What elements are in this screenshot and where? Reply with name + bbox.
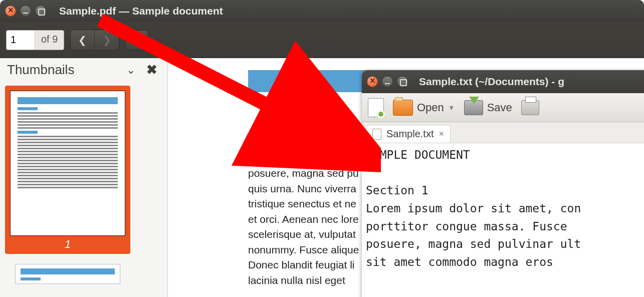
window-minimize-button[interactable]	[20, 6, 31, 17]
svg-line-1	[138, 41, 141, 44]
close-icon: ✖	[146, 62, 157, 77]
prev-page-button[interactable]: ❮	[71, 30, 95, 50]
chevron-right-icon: ❯	[103, 34, 111, 46]
next-page-button[interactable]: ❯	[95, 30, 119, 50]
txt-titlebar: Sample.txt (~/Documents) - g	[362, 70, 644, 93]
save-label: Save	[487, 101, 512, 114]
pdf-titlebar: Sample.pdf — Sample document	[0, 0, 644, 22]
thumbnail-1-preview	[10, 91, 125, 236]
open-label: Open	[417, 101, 444, 114]
svg-point-0	[133, 36, 139, 42]
print-button[interactable]	[521, 100, 539, 115]
pdf-window-title: Sample.pdf — Sample document	[59, 5, 223, 17]
search-button[interactable]	[125, 30, 148, 50]
page-number-box: of 9	[6, 30, 64, 50]
txt-tabbar: Sample.txt ×	[362, 122, 644, 143]
thumbnail-list: 1	[0, 83, 167, 287]
sidebar-close-button[interactable]: ✖	[143, 62, 160, 78]
tab-label: Sample.txt	[386, 128, 434, 140]
txt-window-minimize-button[interactable]	[382, 76, 393, 87]
thumbnail-2[interactable]	[15, 264, 120, 284]
thumbnail-1[interactable]: 1	[5, 86, 130, 254]
open-file-button[interactable]: Open ▼	[393, 100, 455, 116]
window-maximize-button[interactable]	[35, 6, 46, 17]
window-close-button[interactable]	[5, 6, 16, 17]
txt-editor-content[interactable]: SAMPLE DOCUMENT Section 1 Lorem ipsum do…	[362, 143, 644, 274]
sidebar-title: Thumbnails	[7, 62, 118, 78]
new-file-button[interactable]	[368, 98, 384, 117]
document-header-bar	[248, 70, 378, 92]
page-total-label: of 9	[35, 31, 64, 50]
text-editor-window: Sample.txt (~/Documents) - g Open ▼ Save…	[362, 70, 644, 297]
open-dropdown-icon[interactable]: ▼	[448, 104, 455, 112]
document-icon	[372, 129, 381, 140]
txt-window-title: Sample.txt (~/Documents) - g	[419, 76, 564, 88]
txt-window-maximize-button[interactable]	[397, 76, 408, 87]
sidebar-collapse-button[interactable]: ⌄	[123, 64, 138, 77]
chevron-left-icon: ❮	[78, 34, 87, 46]
print-icon	[521, 100, 539, 115]
thumbnails-sidebar: Thumbnails ⌄ ✖ 1	[0, 58, 168, 297]
page-nav-group: ❮ ❯	[70, 30, 119, 51]
tab-close-button[interactable]: ×	[439, 129, 444, 139]
sidebar-header: Thumbnails ⌄ ✖	[0, 58, 167, 83]
page-number-input[interactable]	[7, 31, 35, 50]
save-icon	[464, 100, 483, 115]
txt-tab-sample[interactable]: Sample.txt ×	[366, 125, 451, 143]
search-icon	[131, 35, 142, 46]
save-file-button[interactable]: Save	[464, 100, 512, 115]
txt-window-close-button[interactable]	[367, 76, 378, 87]
chevron-down-icon: ⌄	[126, 64, 135, 76]
new-file-icon	[368, 98, 384, 117]
thumbnail-1-number: 1	[10, 236, 125, 252]
document-body-text: Lorem ipsum dolor sit a posuere, magna s…	[248, 151, 378, 288]
folder-open-icon	[393, 100, 413, 116]
pdf-toolbar: of 9 ❮ ❯	[0, 22, 644, 58]
txt-toolbar: Open ▼ Save	[362, 93, 644, 122]
